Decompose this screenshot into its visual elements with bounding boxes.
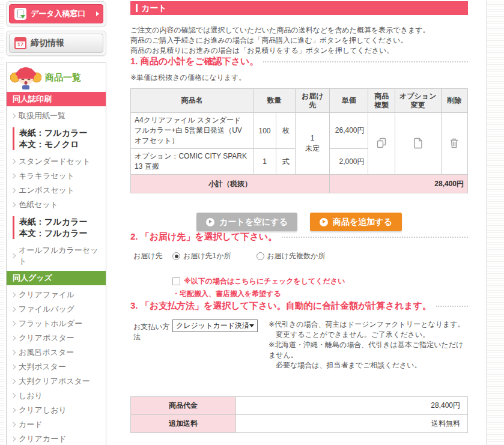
product-menu-title: 商品一覧: [45, 72, 81, 83]
sidebar-item-cover-fullcolor-body-fullcolor[interactable]: 表紙：フルカラー 本文：フルカラー: [13, 216, 101, 239]
totals-table: 商品代金 28,400円 追加送料 送料無料: [130, 396, 468, 433]
document-upload-icon: [14, 8, 26, 20]
chevron-down-icon: [249, 324, 254, 327]
payment-field-row: お支払い方法 クレジットカード決済 ※代引きの場合、荷主はドージンファクトリーと…: [130, 319, 468, 371]
radio-multiple-destinations[interactable]: お届け先複数か所: [257, 251, 326, 261]
sidebar-item-card[interactable]: カード: [7, 417, 106, 432]
chevron-right-icon: [11, 408, 16, 413]
option-unit: 式: [276, 149, 296, 175]
sidebar-item-paper-list[interactable]: 取扱用紙一覧: [7, 109, 106, 123]
sidebar-item-kirakira-set[interactable]: キラキラセット: [7, 169, 106, 183]
extra-shipping-value: 送料無料: [236, 415, 468, 433]
product-cost-label: 商品代金: [131, 397, 236, 415]
subtotal-value: 28,400円: [329, 175, 467, 193]
chevron-right-icon: [11, 336, 16, 341]
cart-row-product: A4クリアファイル スタンダード フルカラー+白 5営業日発送（UVオフセット）…: [131, 113, 468, 149]
play-circle-icon: [320, 218, 328, 226]
sidebar-item-flat-holder[interactable]: フラットホルダー: [7, 316, 106, 331]
sidebar-item-cover-fullcolor-body-mono[interactable]: 表紙：フルカラー 本文：モノクロ: [13, 127, 101, 150]
chevron-right-icon: [11, 174, 16, 178]
chevron-right-icon: [11, 159, 16, 164]
intro-text: ご注文の内容の確認では選択していただいた商品の送料などを含めた概算を表示できます…: [130, 25, 468, 56]
sidebar-item-all-fullcolor-set[interactable]: オールフルカラーセット: [7, 243, 106, 268]
subtotal-label: 小計（税抜）: [131, 175, 330, 193]
tax-note: ※単価は税抜きの価格になります。: [130, 73, 468, 83]
col-option-change: オプション変更: [395, 89, 441, 113]
sidebar-item-bookmark[interactable]: しおり: [7, 389, 106, 403]
chevron-right-icon: [11, 202, 16, 207]
product-menu-panel: 商品一覧 同人誌印刷 取扱用紙一覧 表紙：フルカラー 本文：モノクロ スタンダー…: [6, 62, 106, 445]
trash-icon[interactable]: [449, 137, 460, 149]
radio-unchecked-icon[interactable]: [257, 252, 264, 260]
product-price: 26,400円: [329, 113, 368, 149]
empty-cart-button[interactable]: カートを空にする: [196, 213, 297, 231]
payment-method-select[interactable]: クレジットカード決済: [172, 319, 258, 332]
destination-radio-group: お届け先1か所 お届け先複数か所: [172, 251, 325, 261]
sidebar-item-clear-poster[interactable]: クリアポスター: [7, 331, 106, 345]
deadline-box: 17 締切情報: [6, 31, 106, 56]
sidebar-item-large-poster[interactable]: 大判ポスター: [7, 360, 106, 374]
play-circle-icon: [206, 218, 214, 226]
sidebar-item-emboss-set[interactable]: エンボスセット: [7, 183, 106, 198]
option-change-cell: [395, 113, 441, 175]
page-content: データ入稿窓口 17 締切情報: [4, 0, 487, 445]
chevron-right-icon: [11, 114, 16, 118]
deadline-button[interactable]: 17 締切情報: [9, 34, 103, 53]
product-cost-value: 28,400円: [236, 397, 468, 415]
calendar-day: 17: [16, 41, 25, 48]
sidebar-item-bath-poster[interactable]: お風呂ポスター: [7, 345, 106, 360]
mascot-avatar: [10, 65, 41, 89]
product-name: A4クリアファイル スタンダード フルカラー+白 5営業日発送（UVオフセット）: [131, 113, 254, 149]
radio-checked-icon[interactable]: [172, 252, 180, 260]
radio-single-destination[interactable]: お届け先1か所: [172, 251, 231, 261]
sidebar-item-clear-bookmark[interactable]: クリアしおり: [7, 403, 106, 417]
document-icon[interactable]: [413, 137, 424, 149]
destination-field-row: お届け先 お届け先1か所 お届け先複数か所: [130, 251, 468, 261]
sidebar-item-shikishi-set[interactable]: 色紙セット: [7, 198, 106, 212]
main-content: カート ご注文の内容の確認では選択していただいた商品の送料などを含めた概算を表示…: [130, 1, 468, 433]
sidebar-item-file-bag[interactable]: ファイルバッグ: [7, 302, 106, 316]
carry-in-checkbox-block: ※以下の場合はこちらにチェックをしてください ・宅配搬入、書店搬入を希望する: [172, 275, 468, 300]
chevron-right-icon: [11, 321, 16, 326]
chevron-right-icon: [11, 253, 16, 258]
section2-heading: 2. 「お届け先」を選択して下さい。: [130, 231, 468, 243]
doujinshi-print-banner: 同人誌印刷: [7, 92, 106, 106]
cart-table-header: 商品名 数量 お届け先 単価 商品複製 オプション変更 削除: [131, 89, 468, 113]
product-qty: 100: [253, 113, 276, 149]
data-submission-box: データ入稿窓口: [6, 1, 106, 26]
cart-actions: カートを空にする 商品を追加する: [130, 213, 468, 231]
page-title: カート: [130, 1, 468, 15]
carry-in-detail: ・宅配搬入、書店搬入を希望する: [172, 288, 468, 300]
col-product-name: 商品名: [131, 89, 254, 113]
chevron-right-icon: [11, 307, 16, 312]
add-item-button[interactable]: 商品を追加する: [310, 213, 402, 231]
chevron-right-icon: [11, 379, 16, 384]
arrow-right-icon: [96, 11, 99, 16]
goods-menu: クリアファイル ファイルバッグ フラットホルダー クリアポスター お風呂ポスター…: [7, 285, 106, 445]
sidebar-item-clear-card[interactable]: クリアカード: [7, 432, 106, 445]
dotted-rule: [263, 61, 468, 62]
carry-in-checkbox[interactable]: [172, 277, 180, 285]
print-menu: 取扱用紙一覧 表紙：フルカラー 本文：モノクロ スタンダードセット キラキラセッ…: [7, 106, 106, 271]
col-delete: 削除: [441, 89, 467, 113]
chevron-right-icon: [11, 188, 16, 193]
section3-heading: 3. 「お支払方法」を選択して下さい。自動的に合計金額が計算されます。: [130, 300, 468, 312]
carry-in-checkbox-row: ※以下の場合はこちらにチェックをしてください: [172, 275, 468, 288]
cart-table: 商品名 数量 お届け先 単価 商品複製 オプション変更 削除 A4クリアファイル…: [130, 88, 468, 193]
doujin-goods-banner: 同人グッズ: [7, 271, 106, 285]
chevron-right-icon: [11, 365, 16, 369]
sidebar-item-clear-file[interactable]: クリアファイル: [7, 288, 106, 302]
copy-icon[interactable]: [375, 137, 387, 149]
col-destination: お届け先: [296, 89, 330, 113]
chevron-right-icon: [11, 292, 16, 297]
dotted-rule: [436, 306, 468, 307]
data-submission-button[interactable]: データ入稿窓口: [9, 4, 103, 23]
sidebar: データ入稿窓口 17 締切情報: [6, 1, 106, 445]
sidebar-item-standard-set[interactable]: スタンダードセット: [7, 154, 106, 169]
col-duplicate: 商品複製: [368, 89, 395, 113]
section1-heading: 1. 商品の小計をご確認下さい。: [130, 56, 468, 67]
chevron-right-icon: [11, 393, 16, 398]
sidebar-item-large-clear-poster[interactable]: 大判クリアポスター: [7, 374, 106, 389]
delete-cell: [441, 113, 467, 175]
duplicate-cell: [368, 113, 395, 175]
